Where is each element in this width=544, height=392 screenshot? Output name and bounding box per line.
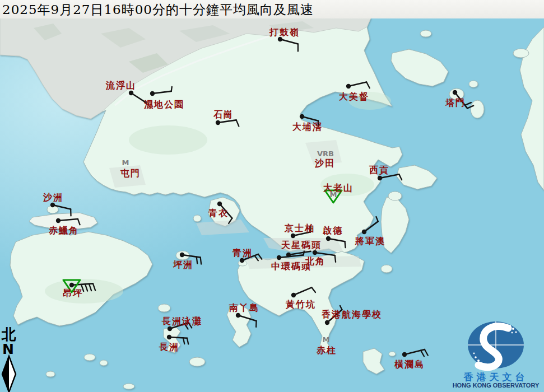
station-14: 京士柏	[284, 223, 315, 239]
station-1: 流浮山	[105, 80, 147, 103]
station-label: 將軍澳	[355, 236, 385, 246]
station-label: 沙洲	[43, 192, 63, 203]
station-dot	[150, 91, 155, 96]
station-15: 啟德	[322, 225, 345, 248]
wind-barb-tick	[465, 102, 471, 105]
wind-barb-staff	[328, 239, 345, 241]
wind-barb-tick	[258, 254, 262, 259]
station-25: 香港航海學校	[321, 306, 382, 325]
wind-barb-staff	[280, 39, 298, 44]
wind-barb-tick	[366, 82, 370, 88]
station-label: 屯門	[120, 168, 141, 179]
station-dot	[277, 255, 281, 260]
station-7: M屯門	[120, 158, 141, 179]
station-16: 將軍澳	[355, 217, 385, 246]
station-dot	[129, 91, 133, 95]
station-13: 青衣	[208, 202, 232, 223]
station-label: 塔門	[445, 97, 466, 108]
station-21: 坪洲	[173, 253, 201, 270]
station-label: 長洲	[159, 342, 179, 352]
wind-barb-staff	[294, 287, 311, 295]
station-label: 青洲	[232, 248, 253, 258]
wind-barb-tick	[304, 251, 304, 255]
wind-barb-tick	[467, 106, 473, 109]
wind-barb-tick	[85, 284, 87, 291]
wind-barb-staff	[182, 255, 201, 258]
wind-barb-tick	[376, 217, 378, 221]
wind-barb-tick	[335, 255, 336, 262]
station-4: 大埔滘	[292, 114, 323, 132]
title-bar: 2025年9月27日16時00分的十分鐘平均風向及風速	[0, 0, 544, 18]
wind-barb-tick	[171, 87, 172, 91]
station-label: 赤鱲角	[48, 225, 79, 236]
station-marker-m: M	[323, 335, 330, 344]
station-dot	[326, 236, 331, 241]
station-11: 沙洲	[43, 192, 71, 216]
station-label: 京士柏	[284, 223, 315, 234]
station-label: 大埔滘	[292, 122, 323, 132]
station-dot	[402, 352, 407, 357]
wind-barb-tick	[187, 338, 188, 344]
station-label: 赤柱	[316, 345, 337, 356]
station-dot	[56, 218, 61, 223]
station-20: 青洲	[232, 248, 262, 263]
station-label: 黃竹坑	[285, 299, 316, 310]
station-label: 打鼓嶺	[269, 27, 300, 38]
wind-barb-tick	[345, 241, 346, 248]
wind-barb-tick	[78, 219, 80, 225]
wind-barb-tick	[93, 283, 95, 290]
north-label-n: N	[2, 341, 14, 357]
station-marker-vrb: VRB	[317, 150, 334, 158]
wind-barb-staff	[279, 255, 304, 258]
wind-barb-tick	[236, 120, 239, 126]
wind-barb-tick	[399, 174, 402, 180]
station-8: VRB沙田	[314, 150, 335, 169]
wind-barb-tick	[254, 255, 258, 260]
station-dot	[346, 84, 351, 88]
wind-barb-staff	[364, 221, 378, 232]
station-5: 大美督	[339, 82, 370, 102]
station-dot	[216, 120, 220, 125]
station-dot	[300, 114, 304, 119]
wind-barb-tick	[311, 287, 315, 292]
wind-barb-tick	[229, 218, 232, 223]
station-dot	[325, 320, 329, 325]
station-12: 赤鱲角	[48, 218, 80, 236]
station-9: 西貢	[369, 165, 402, 181]
station-dot	[168, 326, 172, 331]
wind-barb-staff	[53, 205, 71, 209]
wind-barb-staff	[348, 82, 366, 86]
station-dot	[362, 230, 366, 234]
station-23: 南丫島	[229, 302, 259, 327]
station-label: 橫瀾島	[394, 359, 425, 370]
station-label: 沙田	[314, 158, 335, 169]
north-label-cn: 北	[1, 326, 16, 343]
station-dot	[217, 202, 222, 206]
station-label: 流浮山	[105, 80, 136, 91]
wind-barb-staff	[58, 219, 78, 221]
station-label: 天星碼頭	[281, 240, 322, 250]
station-dot	[313, 250, 317, 255]
station-3: 石崗	[213, 109, 239, 127]
station-dot	[236, 313, 240, 318]
station-label: 中環碼頭	[271, 261, 311, 272]
station-dot	[291, 234, 295, 238]
station-label: 大老山	[323, 183, 354, 193]
station-dot	[378, 176, 382, 180]
wind-barb-staff	[238, 315, 257, 321]
wind-barb-tick	[89, 284, 91, 291]
hko-logo-icon	[454, 318, 538, 372]
wind-barb-staff	[169, 337, 187, 338]
station-dot	[167, 335, 171, 339]
station-label: 昂坪	[63, 288, 83, 298]
north-arrow-dark-half	[2, 356, 9, 392]
station-28: M赤柱	[316, 335, 337, 356]
map-title: 2025年9月27日16時00分的十分鐘平均風向及風速	[2, 1, 314, 18]
station-dot	[291, 293, 296, 297]
station-label: 青衣	[208, 208, 229, 218]
station-29: 橫瀾島	[394, 349, 428, 369]
wind-barb-tick	[421, 351, 424, 357]
station-26: 長洲泳灘	[161, 316, 202, 332]
wind-barb-tick	[425, 349, 428, 356]
wind-barb-tick	[197, 257, 197, 264]
